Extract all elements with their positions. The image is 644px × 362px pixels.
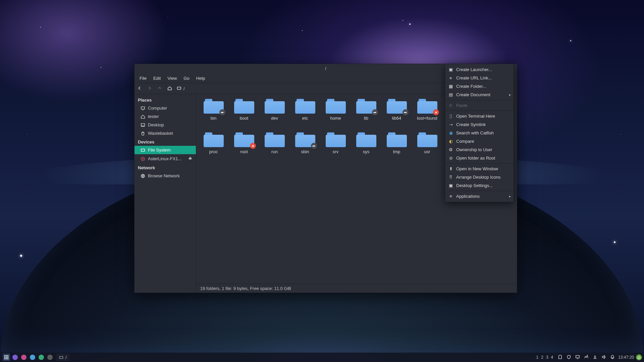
menu-file[interactable]: File [137, 74, 150, 82]
updates-icon[interactable] [593, 355, 597, 360]
folder-home[interactable]: home [320, 99, 351, 132]
launcher-icon: ▣ [448, 67, 453, 72]
sidebar-item-label: Desktop [148, 122, 164, 127]
folder-boot[interactable]: boot [229, 99, 259, 132]
folder-sys[interactable]: sys [351, 132, 381, 166]
doc-icon: ▤ [448, 93, 453, 97]
workspace-2[interactable]: 2 [541, 355, 543, 360]
star-decoration [409, 23, 411, 25]
menu-open-folder-as-root[interactable]: ⊘Open folder as Root [445, 154, 514, 162]
power-icon[interactable]: ⏻ [636, 354, 642, 360]
menu-applications[interactable]: ≡Applications [445, 192, 514, 200]
folder-icon [417, 99, 437, 114]
folder-proc[interactable]: proc [198, 132, 229, 166]
app-menu-icon[interactable] [3, 354, 10, 361]
sidebar-item-browse-network[interactable]: Browse Network [135, 172, 196, 180]
settings-icon: ▣ [448, 183, 453, 188]
menu-open-terminal-here[interactable]: ⌷Open Terminal Here [445, 112, 514, 120]
menu-item-label: Create Document [456, 92, 490, 97]
folder-sbin[interactable]: sbin [290, 132, 320, 166]
clock[interactable]: 13:47:20 [618, 355, 634, 360]
folder-label: usr [424, 149, 430, 154]
sidebar-item-asterlinux-fx1-[interactable]: AsterLinux-FX1... [135, 154, 196, 163]
root-icon: ⊘ [448, 156, 453, 161]
folder-bin[interactable]: bin [198, 99, 229, 132]
notifications-icon[interactable] [610, 355, 615, 360]
folder-srv[interactable]: srv [320, 132, 351, 166]
error-badge-icon [433, 109, 439, 115]
menu-create-url-link[interactable]: ⎆Create URL Link... [445, 74, 514, 82]
display-icon[interactable] [575, 355, 580, 360]
volume-icon[interactable] [601, 355, 606, 360]
apps-icon: ≡ [448, 194, 453, 199]
up-icon[interactable] [157, 86, 162, 92]
svg-rect-2 [141, 123, 145, 126]
folder-label: boot [240, 116, 248, 121]
path-bar[interactable]: / [177, 86, 185, 92]
sidebar-item-file-system[interactable]: File System [135, 146, 196, 154]
star-decoration [621, 134, 621, 134]
menu-open-in-new-window[interactable]: ⬆Open in New Window [445, 165, 514, 173]
symlink-badge-icon [402, 109, 409, 115]
menu-compare[interactable]: ◐Compare [445, 137, 514, 145]
svg-rect-11 [6, 357, 7, 358]
folder-tmp[interactable]: tmp [381, 132, 412, 166]
menu-item-label: Open in New Window [456, 166, 498, 171]
launcher-icon-2[interactable] [20, 354, 28, 361]
menu-item-label: Arrange Desktop Icons [456, 175, 500, 180]
folder-lib64[interactable]: lib64 [381, 99, 412, 132]
task-file-manager[interactable]: / [56, 354, 69, 361]
eject-icon[interactable] [188, 156, 193, 162]
menu-create-symlink[interactable]: ⇢Create Symlink [445, 120, 514, 129]
launcher-icon-1[interactable] [11, 354, 19, 361]
menu-edit[interactable]: Edit [150, 74, 164, 82]
folder-etc[interactable]: etc [290, 99, 320, 132]
menu-help[interactable]: Help [193, 74, 208, 82]
folder-icon [204, 132, 224, 147]
menu-ownership-to-user[interactable]: ⚙Ownership to User [445, 145, 514, 154]
url-icon: ⎆ [448, 76, 453, 80]
launcher-icon-5[interactable] [46, 354, 54, 361]
launcher-icon-4[interactable] [38, 354, 45, 361]
folder-root[interactable]: root [229, 132, 259, 166]
menu-arrange-desktop-icons[interactable]: ⠿Arrange Desktop Icons [445, 173, 514, 181]
svg-rect-14 [6, 358, 7, 359]
menu-view[interactable]: View [164, 74, 180, 82]
star-decoration [40, 27, 41, 27]
svg-rect-9 [7, 355, 8, 356]
launcher-icon-3[interactable] [29, 354, 36, 361]
menu-desktop-settings[interactable]: ▣Desktop Settings... [445, 181, 514, 190]
forward-icon[interactable] [147, 86, 152, 92]
folder-usr[interactable]: usr [412, 132, 442, 166]
workspace-4[interactable]: 4 [551, 355, 553, 360]
svg-rect-13 [4, 358, 5, 359]
home-icon[interactable] [167, 86, 172, 92]
menu-search-with-catfish[interactable]: ◉Search with Catfish [445, 129, 514, 137]
sidebar-item-tester[interactable]: tester [135, 112, 196, 121]
svg-rect-8 [6, 355, 7, 356]
svg-rect-0 [177, 87, 181, 89]
sidebar-header-network: Network [135, 163, 196, 172]
network-icon[interactable] [584, 355, 589, 360]
svg-rect-12 [7, 357, 8, 358]
sidebar-item-wastebasket[interactable]: Wastebasket [135, 129, 196, 137]
folder-lostfound[interactable]: lost+found [412, 99, 442, 132]
svg-rect-7 [4, 355, 5, 356]
shield-icon[interactable] [567, 355, 571, 360]
folder-lib[interactable]: lib [351, 99, 381, 132]
sidebar-item-computer[interactable]: Computer [135, 104, 196, 112]
workspace-3[interactable]: 3 [546, 355, 548, 360]
menu-item-label: Ownership to User [456, 147, 492, 152]
menu-create-launcher[interactable]: ▣Create Launcher... [445, 65, 514, 74]
back-icon[interactable] [137, 86, 142, 92]
menu-create-folder[interactable]: ▦Create Folder... [445, 82, 514, 90]
newwin-icon: ⬆ [448, 167, 453, 171]
folder-label: lib64 [392, 116, 401, 121]
workspace-1[interactable]: 1 [536, 355, 539, 360]
menu-go[interactable]: Go [180, 74, 192, 82]
menu-create-document[interactable]: ▤Create Document [445, 90, 514, 99]
sidebar-item-desktop[interactable]: Desktop [135, 121, 196, 129]
folder-dev[interactable]: dev [259, 99, 290, 132]
folder-run[interactable]: run [259, 132, 290, 166]
clipboard-icon[interactable] [558, 355, 562, 360]
